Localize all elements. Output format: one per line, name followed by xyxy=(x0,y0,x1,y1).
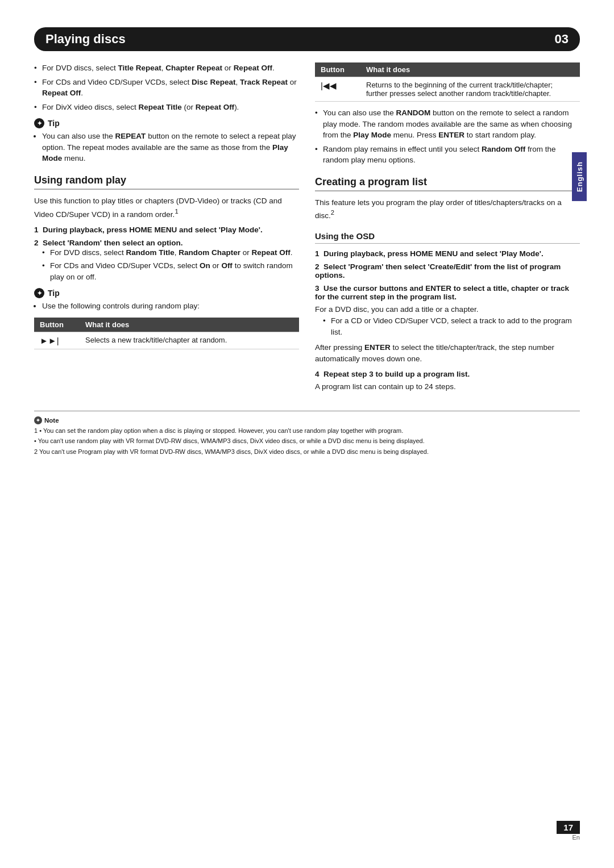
list-item: For DivX video discs, select Repeat Titl… xyxy=(34,102,299,113)
program-list-heading: Creating a program list xyxy=(315,176,580,191)
step-num-1: 1 During playback, press HOME MENU and s… xyxy=(34,226,263,234)
table-header-button: Button xyxy=(34,318,80,332)
chapter-number: 03 xyxy=(544,27,580,51)
random-table: Button What it does ►►| Selects a new tr… xyxy=(34,318,299,349)
page-title: Playing discs xyxy=(34,27,544,51)
prog-step-num-3: 3 Use the cursor buttons and ENTER to se… xyxy=(315,284,569,301)
list-item: For DVD discs, select Random Title, Rand… xyxy=(42,247,299,258)
repeat-bullets: For DVD discs, select Title Repeat, Chap… xyxy=(34,62,299,112)
prog-step-num-2: 2 Select 'Program' then select 'Create/E… xyxy=(315,262,561,279)
prog-step-num-1: 1 During playback, press HOME MENU and s… xyxy=(315,249,544,258)
table-header-button-2: Button xyxy=(315,62,360,77)
table-row: |◀◀ Returns to the beginning of the curr… xyxy=(315,77,580,102)
random-intro: Use this function to play titles or chap… xyxy=(34,195,299,220)
tip-icon-2: ✦ xyxy=(34,288,44,298)
page-en-label: En xyxy=(557,834,580,841)
prog-step-3: 3 Use the cursor buttons and ENTER to se… xyxy=(315,284,580,337)
random-table-2: Button What it does |◀◀ Returns to the b… xyxy=(315,62,580,102)
table-row: ►►| Selects a new track/title/chapter at… xyxy=(34,332,299,349)
prog-step4-sub: A program list can contain up to 24 step… xyxy=(315,381,580,393)
table-cell-button-2: |◀◀ xyxy=(315,77,360,102)
table-cell-button: ►►| xyxy=(34,332,80,349)
tip-title-2: ✦ Tip xyxy=(34,288,299,298)
prog-step3-after: After pressing ENTER to select the title… xyxy=(315,342,580,364)
tip-box-1: ✦ Tip You can also use the REPEAT button… xyxy=(34,118,299,164)
main-content: For DVD discs, select Title Repeat, Chap… xyxy=(34,62,580,397)
tip-box-2: ✦ Tip Use the following controls during … xyxy=(34,288,299,312)
tip-content-1: You can also use the REPEAT button on th… xyxy=(34,131,299,164)
step-num-2: 2 Select 'Random' then select an option. xyxy=(34,239,182,247)
tip-title-1: ✦ Tip xyxy=(34,118,299,128)
note-text-1: 1 • You can set the random play option w… xyxy=(34,427,580,435)
prog-step-1: 1 During playback, press HOME MENU and s… xyxy=(315,249,580,258)
tip-content-2: Use the following controls during random… xyxy=(34,301,299,312)
page-number-box: 17 xyxy=(557,821,580,834)
list-item: For CDs and Video CD/Super VCDs, select … xyxy=(34,77,299,99)
random-play-heading: Using random play xyxy=(34,174,299,190)
random-bullets: You can also use the RANDOM button on th… xyxy=(315,107,580,166)
prog-step3-bullets: For a CD or Video CD/Super VCD, select a… xyxy=(315,315,580,337)
tip-icon-1: ✦ xyxy=(34,118,44,128)
step-2: 2 Select 'Random' then select an option.… xyxy=(34,239,299,283)
list-item: For CDs and Video CD/Super VCDs, select … xyxy=(42,260,299,282)
step2-subbullets: For DVD discs, select Random Title, Rand… xyxy=(34,247,299,283)
footer-note: ✦ Note 1 • You can set the random play o… xyxy=(34,411,580,456)
table-header-whatitdoes: What it does xyxy=(80,318,299,332)
osd-heading: Using the OSD xyxy=(315,231,580,244)
table-cell-desc-2: Returns to the beginning of the current … xyxy=(360,77,580,102)
note-text-2: • You can't use random play with VR form… xyxy=(34,437,580,445)
list-item: You can also use the REPEAT button on th… xyxy=(42,131,299,164)
list-item: You can also use the RANDOM button on th… xyxy=(315,107,580,141)
prog-step-num-4: 4 Repeat step 3 to build up a program li… xyxy=(315,370,470,378)
note-icon: ✦ xyxy=(34,416,42,424)
page-number-area: 17 En xyxy=(557,821,580,841)
list-item: Random play remains in effect until you … xyxy=(315,144,580,166)
list-item: For a CD or Video CD/Super VCD, select a… xyxy=(323,315,580,337)
note-title: ✦ Note xyxy=(34,416,580,425)
list-item: Use the following controls during random… xyxy=(42,301,299,312)
page-header: Playing discs 03 English xyxy=(34,27,580,51)
step-1: 1 During playback, press HOME MENU and s… xyxy=(34,226,299,234)
prog-step-4: 4 Repeat step 3 to build up a program li… xyxy=(315,370,580,393)
list-item: For DVD discs, select Title Repeat, Chap… xyxy=(34,62,299,74)
table-header-whatitdoes-2: What it does xyxy=(360,62,580,77)
right-column: Button What it does |◀◀ Returns to the b… xyxy=(315,62,580,397)
program-intro: This feature lets you program the play o… xyxy=(315,197,580,222)
prog-step3-sub: For a DVD disc, you can add a title or a… xyxy=(315,304,580,315)
prog-step-2: 2 Select 'Program' then select 'Create/E… xyxy=(315,262,580,279)
table-cell-desc: Selects a new track/title/chapter at ran… xyxy=(80,332,299,349)
left-column: For DVD discs, select Title Repeat, Chap… xyxy=(34,62,299,397)
note-text-3: 2 You can't use Program play with VR for… xyxy=(34,448,580,456)
